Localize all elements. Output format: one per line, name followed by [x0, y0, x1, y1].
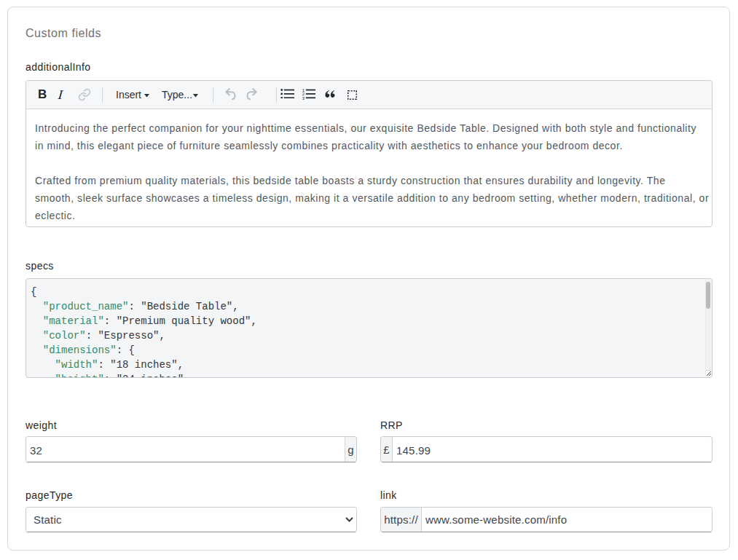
svg-text:3: 3 — [302, 96, 305, 100]
